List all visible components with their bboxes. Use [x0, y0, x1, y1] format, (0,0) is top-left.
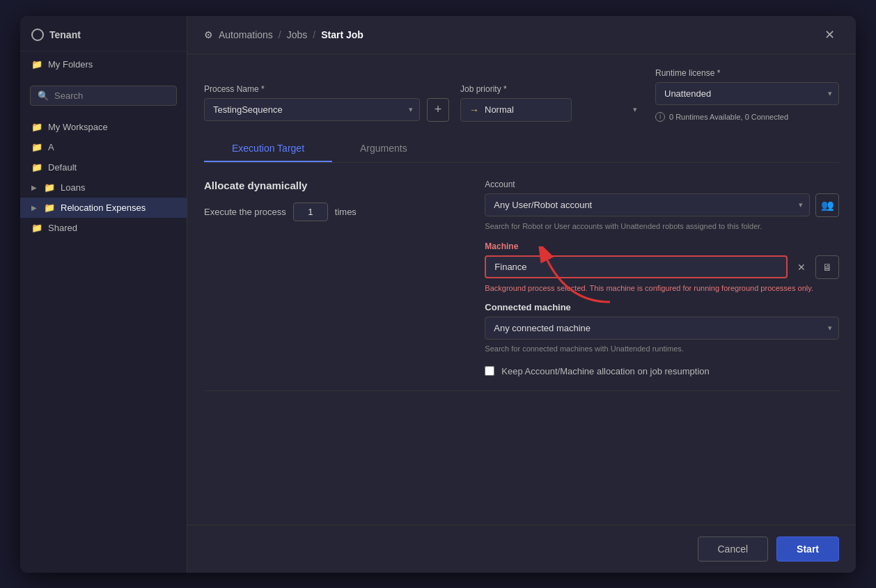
breadcrumb-current: Start Job — [321, 29, 363, 40]
account-helper: Search for Robot or User accounts with U… — [485, 221, 839, 232]
left-column: Allocate dynamically Execute the process… — [204, 180, 457, 376]
sidebar-item-label: A — [48, 142, 54, 152]
search-input[interactable] — [54, 90, 171, 101]
users-icon: 👥 — [821, 199, 834, 212]
sidebar-item-a[interactable]: 📁 A — [20, 137, 187, 157]
machine-clear-button[interactable]: ✕ — [793, 262, 810, 273]
account-select[interactable]: Any User/Robot account — [485, 193, 810, 216]
sidebar-item-shared[interactable]: 📁 Shared — [20, 218, 187, 238]
cancel-button[interactable]: Cancel — [698, 537, 769, 562]
connected-helper: Search for connected machines with Unatt… — [485, 344, 839, 354]
my-folders-item[interactable]: 📁 My Folders — [20, 54, 187, 74]
sidebar-header: Tenant — [20, 16, 187, 51]
sidebar-item-label: Loans — [61, 182, 85, 193]
runtime-license-label: Runtime license * — [655, 68, 839, 78]
job-priority-label: Job priority * — [460, 84, 644, 94]
connected-select-row: Any connected machine ▾ — [485, 317, 839, 340]
machine-label: Machine — [485, 241, 839, 251]
breadcrumb-jobs[interactable]: Jobs — [287, 29, 308, 40]
execute-row: Execute the process times — [204, 202, 457, 221]
breadcrumb-separator: / — [279, 29, 281, 40]
connected-machine-label: Connected machine — [485, 302, 839, 312]
keep-allocation-checkbox[interactable] — [485, 366, 494, 376]
dialog-header: ⚙ Automations / Jobs / Start Job ✕ — [187, 16, 856, 54]
start-button[interactable]: Start — [776, 537, 839, 562]
process-name-select[interactable]: TestingSequence — [204, 98, 420, 121]
sidebar-item-loans[interactable]: ▶ 📁 Loans — [20, 177, 187, 198]
connected-machine-select[interactable]: Any connected machine — [485, 317, 839, 340]
folder-icon: 📁 — [31, 142, 42, 152]
breadcrumb-separator-2: / — [313, 29, 315, 40]
keep-allocation-label[interactable]: Keep Account/Machine allocation on job r… — [501, 366, 709, 376]
search-icon: 🔍 — [38, 90, 49, 101]
monitor-icon: 🖥 — [822, 262, 832, 273]
folder-icon: 📁 — [31, 59, 42, 70]
process-name-group: Process Name * TestingSequence ▾ + — [204, 84, 449, 122]
folder-icon: 📁 — [31, 223, 42, 233]
folder-icon: 📁 — [44, 182, 55, 193]
runtime-info: i 0 Runtimes Available, 0 Connected — [655, 112, 839, 122]
tenant-label: Tenant — [49, 29, 81, 40]
sidebar-item-label: Shared — [48, 223, 77, 233]
right-column: Account Any User/Robot account ▾ 👥 Searc… — [485, 180, 839, 376]
my-folders-section: 📁 My Folders — [20, 51, 187, 77]
sidebar-nav: 📁 My Workspace 📁 A 📁 Default ▶ 📁 Loans ▶ — [20, 114, 187, 241]
my-folders-label: My Folders — [48, 59, 93, 70]
sidebar-item-label: Default — [48, 162, 77, 173]
allocate-title: Allocate dynamically — [204, 180, 457, 191]
runtime-license-select[interactable]: Unattended — [655, 82, 839, 105]
chevron-right-icon: ▶ — [31, 204, 37, 212]
tab-content: Allocate dynamically Execute the process… — [204, 180, 839, 376]
execute-suffix: times — [335, 207, 357, 217]
sidebar-item-label: My Workspace — [48, 122, 108, 132]
sidebar-item-label: Relocation Expenses — [61, 202, 146, 213]
info-icon: i — [655, 112, 665, 122]
machine-error-text: Background process selected. This machin… — [485, 283, 839, 294]
breadcrumb-automations[interactable]: Automations — [219, 29, 273, 40]
breadcrumb: ⚙ Automations / Jobs / Start Job — [204, 29, 363, 40]
close-button[interactable]: ✕ — [820, 26, 839, 44]
dialog-footer: Cancel Start — [187, 525, 856, 573]
separator-line — [204, 390, 839, 391]
add-process-button[interactable]: + — [427, 98, 449, 122]
tab-execution-target[interactable]: Execution Target — [204, 136, 332, 162]
priority-value: Normal — [485, 104, 563, 115]
tab-arguments[interactable]: Arguments — [332, 136, 435, 162]
sidebar-item-my-workspace[interactable]: 📁 My Workspace — [20, 117, 187, 137]
job-priority-select[interactable]: → Normal ▾ — [460, 98, 572, 122]
sidebar-item-relocation-expenses[interactable]: ▶ 📁 Relocation Expenses — [20, 198, 187, 218]
automation-icon: ⚙ — [204, 29, 213, 40]
runtime-license-group: Runtime license * Unattended ▾ i 0 Runti… — [655, 68, 839, 122]
account-label: Account — [485, 180, 839, 189]
chevron-down-icon: ▾ — [633, 105, 637, 114]
globe-icon — [31, 29, 44, 41]
tabs-row: Execution Target Arguments — [204, 136, 839, 163]
main-content: ⚙ Automations / Jobs / Start Job ✕ Proce… — [187, 16, 856, 573]
folder-icon: 📁 — [31, 162, 42, 173]
form-top-row: Process Name * TestingSequence ▾ + — [204, 68, 839, 122]
chevron-right-icon: ▶ — [31, 184, 37, 191]
folder-icon: 📁 — [44, 202, 55, 213]
arrow-right-icon: → — [469, 104, 479, 116]
job-priority-group: Job priority * → Normal ▾ — [460, 84, 644, 122]
account-field-row: Any User/Robot account ▾ 👥 — [485, 193, 839, 217]
folder-icon: 📁 — [31, 122, 42, 132]
account-user-icon-button[interactable]: 👥 — [815, 193, 839, 217]
sidebar: Tenant 📁 My Folders 🔍 📁 My Workspace 📁 A — [20, 16, 187, 573]
keep-allocation-row: Keep Account/Machine allocation on job r… — [485, 366, 839, 376]
machine-input-row: ✕ 🖥 — [485, 255, 839, 279]
dialog-body: Process Name * TestingSequence ▾ + — [187, 54, 856, 525]
machine-icon-button[interactable]: 🖥 — [815, 255, 839, 279]
process-name-label: Process Name * — [204, 84, 449, 94]
execute-prefix: Execute the process — [204, 207, 286, 217]
search-box[interactable]: 🔍 — [30, 86, 177, 106]
execute-times-input[interactable] — [293, 202, 328, 221]
machine-input[interactable] — [485, 255, 788, 278]
sidebar-item-default[interactable]: 📁 Default — [20, 157, 187, 177]
runtime-info-text: 0 Runtimes Available, 0 Connected — [669, 113, 788, 121]
